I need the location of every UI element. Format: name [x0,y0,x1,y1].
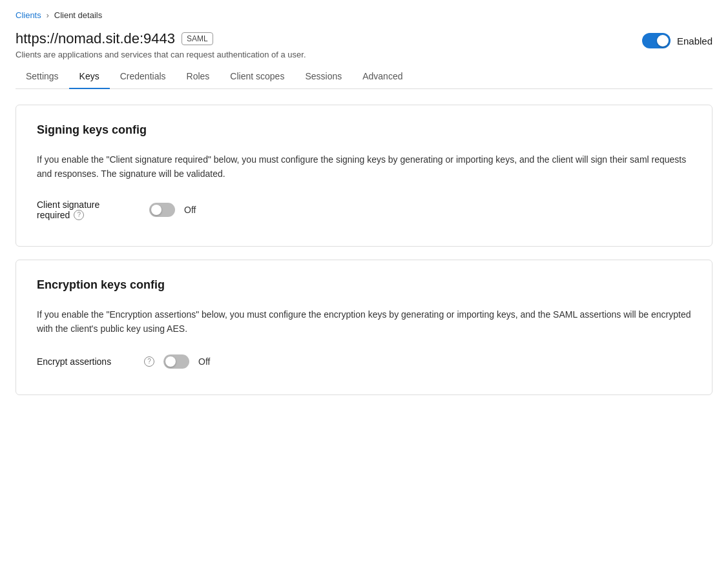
tab-settings[interactable]: Settings [16,65,69,89]
page-title: https://nomad.sit.de:9443 [16,30,175,47]
breadcrumb-separator: › [47,11,49,20]
breadcrumb: Clients › Client details [16,10,712,20]
page-title-row: https://nomad.sit.de:9443 SAML [16,30,306,47]
encrypt-assertions-label: Encrypt assertions [37,356,140,367]
encrypt-assertions-field-row: Encrypt assertions ? Off [37,354,691,369]
client-signature-label-line2: required ? [37,210,84,220]
page-subtitle: Clients are applications and services th… [16,50,306,59]
tab-sessions[interactable]: Sessions [295,65,352,89]
cards-area: Signing keys config If you enable the "C… [16,105,712,395]
tabs: Settings Keys Credentials Roles Client s… [16,65,712,89]
tab-keys[interactable]: Keys [69,65,110,89]
signing-card-description: If you enable the "Client signature requ… [37,152,691,181]
page-header: https://nomad.sit.de:9443 SAML Clients a… [16,30,712,59]
breadcrumb-current: Client details [54,10,102,20]
encrypt-assertions-toggle-label: Off [198,356,210,367]
enabled-toggle[interactable] [642,33,671,48]
client-signature-field-row: Client signature required ? Off [37,200,691,220]
signing-card-title: Signing keys config [37,123,691,137]
saml-badge: SAML [182,32,213,45]
client-signature-help-icon[interactable]: ? [74,210,84,220]
tab-credentials[interactable]: Credentials [110,65,176,89]
tab-client-scopes[interactable]: Client scopes [220,65,295,89]
signing-keys-card: Signing keys config If you enable the "C… [16,105,712,247]
client-signature-toggle[interactable] [149,203,175,217]
client-signature-toggle-label: Off [184,205,196,215]
tab-roles[interactable]: Roles [176,65,220,89]
tab-advanced[interactable]: Advanced [352,65,413,89]
encrypt-assertions-toggle[interactable] [163,354,189,369]
enabled-area: Enabled [642,33,712,48]
encrypt-assertions-help-icon[interactable]: ? [144,356,154,367]
encryption-card-title: Encryption keys config [37,278,691,292]
encryption-card-description: If you enable the "Encryption assertions… [37,307,691,336]
encryption-keys-card: Encryption keys config If you enable the… [16,260,712,395]
title-area: https://nomad.sit.de:9443 SAML Clients a… [16,30,306,59]
client-signature-label: Client signature required ? [37,200,140,220]
enabled-label: Enabled [677,36,712,46]
client-signature-label-text: Client signature required ? [37,200,99,220]
breadcrumb-clients-link[interactable]: Clients [16,10,41,20]
